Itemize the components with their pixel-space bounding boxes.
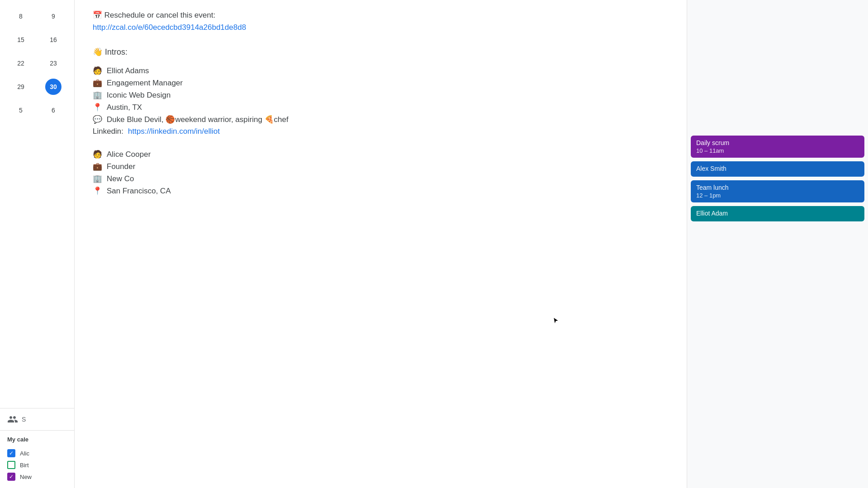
person-emoji-alice: 🧑	[93, 150, 102, 159]
person-block-alice: 🧑 Alice Cooper 💼 Founder 🏢 New Co 📍 San …	[93, 150, 669, 196]
calendar-column: Daily scrum 10 – 11am Alex Smith Team lu…	[687, 0, 868, 488]
intros-section: 👋 Intros: 🧑 Elliot Adams 💼 Engagement Ma…	[93, 47, 669, 196]
event-team-lunch[interactable]: Team lunch 12 – 1pm	[691, 180, 864, 202]
sidebar: 8 9 15 16 22 23 29 30 5 6 S My cale	[0, 0, 75, 488]
person-name-elliot: Elliot Adams	[107, 66, 149, 75]
person-company-alice: New Co	[107, 174, 134, 183]
person-location-elliot: Austin, TX	[107, 103, 142, 112]
person-block-elliot: 🧑 Elliot Adams 💼 Engagement Manager 🏢 Ic…	[93, 66, 669, 136]
chat-emoji-elliot: 💬	[93, 115, 102, 124]
person-role-elliot: Engagement Manager	[107, 79, 183, 88]
date-15[interactable]: 15	[13, 32, 29, 48]
date-row-1: 8 9	[0, 5, 74, 28]
main-area: 📅 Reschedule or cancel this event: http:…	[75, 0, 868, 488]
linkedin-label-elliot: Linkedin:	[93, 127, 123, 136]
reschedule-label: Reschedule or cancel this event:	[104, 11, 216, 19]
calendar-checkbox-new[interactable]: ✓	[7, 473, 15, 481]
calendar-item-new[interactable]: ✓ New	[7, 471, 67, 483]
mini-calendar: 8 9 15 16 22 23 29 30 5 6	[0, 0, 74, 408]
my-calendars-section: My cale ✓ Alic Birt ✓ New	[0, 430, 74, 488]
calendar-label-alice: Alic	[20, 450, 29, 457]
person-name-line-elliot: 🧑 Elliot Adams	[93, 66, 669, 75]
date-6[interactable]: 6	[45, 102, 61, 118]
event-title-daily-scrum: Daily scrum	[696, 139, 859, 146]
date-row-5: 5 6	[0, 99, 74, 122]
calendar-label-birthdays: Birt	[20, 462, 29, 469]
event-alex-smith[interactable]: Alex Smith	[691, 161, 864, 177]
date-29[interactable]: 29	[13, 79, 29, 95]
event-title-elliot-adam: Elliot Adam	[696, 210, 859, 217]
person-name-alice: Alice Cooper	[107, 150, 151, 159]
people-icon	[7, 414, 18, 425]
person-linkedin-line-elliot: Linkedin: https://linkedin.com/in/elliot	[93, 127, 669, 136]
briefcase-emoji-elliot: 💼	[93, 78, 102, 88]
event-title-team-lunch: Team lunch	[696, 184, 859, 191]
date-row-3: 22 23	[0, 52, 74, 75]
event-detail-panel: 📅 Reschedule or cancel this event: http:…	[75, 0, 687, 488]
date-row-2: 15 16	[0, 28, 74, 52]
person-bio-line-elliot: 💬 Duke Blue Devil, 🏀weekend warrior, asp…	[93, 115, 669, 124]
date-9[interactable]: 9	[45, 8, 61, 24]
event-time-daily-scrum: 10 – 11am	[696, 147, 859, 154]
pin-emoji-alice: 📍	[93, 186, 102, 196]
calendar-label-new: New	[20, 474, 32, 480]
person-role-line-elliot: 💼 Engagement Manager	[93, 78, 669, 88]
building-emoji-alice: 🏢	[93, 174, 102, 183]
checkmark-icon: ✓	[9, 450, 14, 456]
person-location-line-elliot: 📍 Austin, TX	[93, 103, 669, 112]
person-role-alice: Founder	[107, 162, 135, 171]
my-calendars-title: My cale	[7, 436, 67, 443]
calendar-checkbox-birthdays[interactable]	[7, 461, 15, 469]
calendar-checkbox-alice[interactable]: ✓	[7, 449, 15, 457]
building-emoji-elliot: 🏢	[93, 90, 102, 100]
pin-emoji-elliot: 📍	[93, 103, 102, 112]
calendar-item-birthdays[interactable]: Birt	[7, 459, 67, 471]
person-emoji-elliot: 🧑	[93, 66, 102, 75]
event-daily-scrum[interactable]: Daily scrum 10 – 11am	[691, 136, 864, 158]
date-16[interactable]: 16	[45, 32, 61, 48]
briefcase-emoji-alice: 💼	[93, 162, 102, 171]
linkedin-link-elliot[interactable]: https://linkedin.com/in/elliot	[128, 127, 220, 136]
date-5[interactable]: 5	[13, 102, 29, 118]
wave-emoji: 👋	[93, 47, 103, 56]
date-8[interactable]: 8	[13, 8, 29, 24]
calendar-events-area: Daily scrum 10 – 11am Alex Smith Team lu…	[687, 0, 868, 488]
date-23[interactable]: 23	[45, 55, 61, 71]
people-label: S	[22, 416, 26, 423]
date-row-4: 29 30	[0, 75, 74, 99]
calendar-emoji: 📅	[93, 11, 102, 19]
reschedule-section: 📅 Reschedule or cancel this event: http:…	[93, 9, 669, 33]
event-elliot-adam[interactable]: Elliot Adam	[691, 206, 864, 221]
person-location-alice: San Francisco, CA	[107, 187, 171, 196]
checkmark-icon-2: ✓	[9, 474, 14, 480]
calendar-item-alice[interactable]: ✓ Alic	[7, 447, 67, 459]
date-30-today[interactable]: 30	[45, 79, 61, 95]
person-company-elliot: Iconic Web Design	[107, 91, 170, 100]
person-name-line-alice: 🧑 Alice Cooper	[93, 150, 669, 159]
intros-heading: 👋 Intros:	[93, 47, 669, 57]
reschedule-link[interactable]: http://zcal.co/e/60ecedcbd3914a26bd1de8d…	[93, 23, 246, 32]
intros-label: Intros:	[105, 47, 127, 56]
person-location-line-alice: 📍 San Francisco, CA	[93, 186, 669, 196]
person-bio-elliot: Duke Blue Devil, 🏀weekend warrior, aspir…	[107, 115, 288, 124]
people-section: S	[0, 408, 74, 430]
people-icon-row[interactable]: S	[7, 414, 67, 425]
event-time-team-lunch: 12 – 1pm	[696, 192, 859, 199]
reschedule-text: 📅 Reschedule or cancel this event: http:…	[93, 9, 669, 33]
event-title-alex-smith: Alex Smith	[696, 165, 859, 172]
person-company-line-elliot: 🏢 Iconic Web Design	[93, 90, 669, 100]
person-company-line-alice: 🏢 New Co	[93, 174, 669, 183]
person-role-line-alice: 💼 Founder	[93, 162, 669, 171]
date-22[interactable]: 22	[13, 55, 29, 71]
